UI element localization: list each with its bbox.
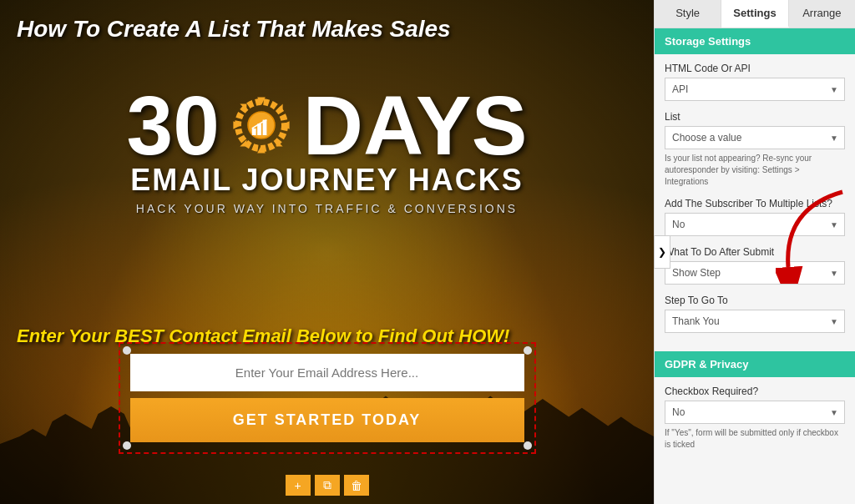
list-select-wrap: Choose a value xyxy=(665,126,845,149)
copy-button[interactable]: ⧉ xyxy=(315,475,340,496)
logo-30days: 30 xyxy=(85,83,569,167)
tab-style[interactable]: Style xyxy=(655,0,721,28)
tab-arrange[interactable]: Arrange xyxy=(789,0,855,28)
bottom-toolbar: + ⧉ 🗑 xyxy=(286,475,369,496)
checkbox-label: Checkbox Required? xyxy=(665,386,845,397)
html-code-select[interactable]: API HTML Code xyxy=(665,78,845,101)
form-container: GET STARTED TODAY xyxy=(119,342,536,454)
chevron-right-icon: ❯ xyxy=(658,246,666,258)
step-select-wrap: Thank You Step 1 xyxy=(665,310,845,333)
logo-days: DAYS xyxy=(303,83,528,167)
step-field: Step To Go To Thank You Step 1 xyxy=(665,295,845,333)
tabs-row: Style Settings Arrange xyxy=(655,0,855,28)
gear-icon xyxy=(228,92,295,159)
gdpr-header: GDPR & Privacy xyxy=(655,351,855,377)
trash-button[interactable]: 🗑 xyxy=(344,475,369,496)
html-code-select-wrap: API HTML Code xyxy=(665,78,845,101)
html-code-field: HTML Code Or API API HTML Code xyxy=(665,63,845,101)
hacks-subtitle: HACK YOUR WAY INTO TRAFFIC & CONVERSIONS xyxy=(85,202,569,215)
dot-tr xyxy=(524,346,532,355)
tab-settings[interactable]: Settings xyxy=(721,0,788,28)
checkbox-help-text: If "Yes", form will be submitted only if… xyxy=(665,427,845,451)
list-select[interactable]: Choose a value xyxy=(665,126,845,149)
panel-collapse-button[interactable]: ❯ xyxy=(654,235,670,269)
checkbox-select-wrap: No Yes xyxy=(665,401,845,424)
email-input[interactable] xyxy=(130,354,524,391)
list-label: List xyxy=(665,111,845,123)
email-journey: EMAIL JOURNEY HACKS xyxy=(85,163,569,198)
logo-area: 30 xyxy=(85,83,569,215)
list-field: List Choose a value Is your list not app… xyxy=(665,111,845,188)
gdpr-section: GDPR & Privacy Checkbox Required? No Yes… xyxy=(655,351,855,469)
dot-tl xyxy=(123,346,131,355)
submit-button[interactable]: GET STARTED TODAY xyxy=(130,398,524,442)
html-code-label: HTML Code Or API xyxy=(665,63,845,74)
dot-br xyxy=(524,441,532,450)
svg-rect-3 xyxy=(252,129,256,135)
list-help-text: Is your list not appearing? Re-sync your… xyxy=(665,153,845,188)
add-button[interactable]: + xyxy=(286,475,311,496)
checkbox-field: Checkbox Required? No Yes If "Yes", form… xyxy=(665,386,845,451)
gdpr-body: Checkbox Required? No Yes If "Yes", form… xyxy=(655,377,855,469)
logo-number: 30 xyxy=(127,83,220,167)
checkbox-select[interactable]: No Yes xyxy=(665,401,845,424)
headline: How To Create A List That Makes Sales xyxy=(17,15,451,43)
preview-panel: How To Create A List That Makes Sales 30 xyxy=(0,0,654,504)
dot-bl xyxy=(123,441,131,450)
red-arrow xyxy=(776,184,851,287)
step-select[interactable]: Thank You Step 1 xyxy=(665,310,845,333)
step-label: Step To Go To xyxy=(665,295,845,306)
storage-settings-header: Storage Settings xyxy=(655,28,855,54)
svg-rect-4 xyxy=(257,123,261,135)
